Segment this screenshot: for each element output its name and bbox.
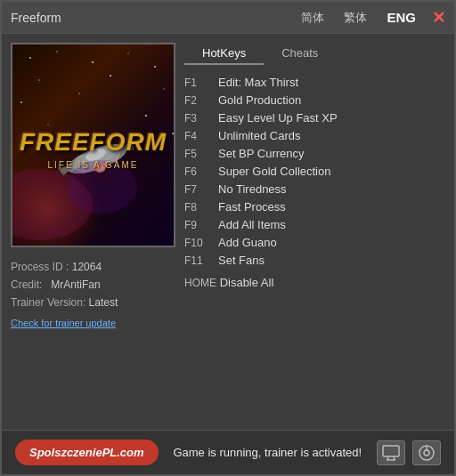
hotkey-f11-key: F11 — [184, 254, 218, 267]
credit-value: MrAntiFan — [51, 278, 100, 291]
title-bar: Freeform 简体 繁体 ENG ✕ — [2, 2, 454, 34]
svg-point-12 — [172, 133, 174, 134]
hotkey-f1: F1 Edit: Max Thirst — [184, 76, 445, 89]
status-bar: SpolszczeniePL.com Game is running, trai… — [2, 430, 454, 474]
hotkey-f4: F4 Unlimited Cards — [184, 129, 445, 142]
hotkey-f10: F10 Add Guano — [184, 236, 445, 249]
hotkey-f9: F9 Add All Items — [184, 218, 445, 231]
monitor-svg — [382, 445, 400, 461]
monitor-icon[interactable] — [377, 440, 405, 465]
home-desc: Disable All — [220, 276, 274, 289]
tabs-container: HotKeys Cheats — [184, 43, 445, 65]
info-panel: Process ID : 12064 Credit: MrAntiFan Tra… — [11, 256, 175, 335]
svg-point-0 — [29, 57, 31, 59]
hotkeys-list: F1 Edit: Max Thirst F2 Gold Production F… — [184, 72, 445, 421]
game-subtitle-text: LIFE IS A GAME — [20, 160, 167, 170]
music-svg — [418, 444, 436, 462]
main-window: Freeform 简体 繁体 ENG ✕ — [0, 0, 456, 476]
hotkey-f3-key: F3 — [184, 112, 218, 125]
hotkey-f3: F3 Easy Level Up Fast XP — [184, 111, 445, 125]
svg-point-6 — [110, 75, 111, 77]
hotkey-f10-key: F10 — [184, 237, 218, 249]
svg-point-9 — [78, 93, 80, 94]
svg-point-3 — [127, 52, 128, 53]
hotkey-f11-desc: Set Fans — [218, 254, 265, 267]
hotkey-f8-key: F8 — [184, 201, 218, 214]
hotkey-f6-key: F6 — [184, 165, 218, 178]
hotkey-f7-desc: No Tiredness — [218, 182, 287, 196]
home-action-row: HOME Disable All — [184, 276, 445, 289]
svg-rect-23 — [383, 446, 399, 456]
title-bar-right: 简体 繁体 ENG ✕ — [297, 8, 445, 28]
hotkey-f7-key: F7 — [184, 183, 218, 196]
status-message: Game is running, trainer is activated! — [159, 446, 377, 459]
svg-point-4 — [154, 66, 156, 68]
hotkey-f8: F8 Fast Process — [184, 200, 445, 214]
hotkey-f1-key: F1 — [184, 77, 218, 89]
title-bar-left: Freeform — [11, 11, 61, 25]
update-link[interactable]: Check for trainer update — [11, 318, 116, 328]
hotkey-f4-desc: Unlimited Cards — [218, 129, 300, 142]
svg-point-1 — [56, 51, 58, 52]
hotkey-f5-desc: Set BP Currency — [218, 147, 305, 160]
version-value: Latest — [89, 296, 118, 309]
hotkey-f2: F2 Gold Production — [184, 93, 445, 107]
hotkey-f6: F6 Super Gold Collection — [184, 165, 445, 178]
content-area: FREEFORM LIFE IS A GAME Process ID : 120… — [2, 34, 454, 430]
hotkey-f8-desc: Fast Process — [218, 200, 286, 214]
right-panel: HotKeys Cheats F1 Edit: Max Thirst F2 Go… — [184, 43, 445, 421]
hotkey-f6-desc: Super Gold Collection — [218, 165, 330, 178]
hotkey-f9-key: F9 — [184, 219, 218, 231]
game-image: FREEFORM LIFE IS A GAME — [11, 43, 175, 247]
tab-cheats[interactable]: Cheats — [264, 43, 336, 65]
hotkey-f7: F7 No Tiredness — [184, 182, 445, 196]
credit-row: Credit: MrAntiFan — [11, 278, 175, 291]
hotkey-f11: F11 Set Fans — [184, 254, 445, 267]
svg-point-7 — [163, 88, 164, 89]
close-button[interactable]: ✕ — [432, 8, 445, 28]
svg-point-10 — [145, 115, 147, 117]
svg-point-2 — [92, 61, 94, 63]
process-id-label: Process ID : — [11, 261, 69, 273]
status-icons-group — [377, 440, 441, 465]
svg-point-28 — [424, 450, 429, 456]
process-id-row: Process ID : 12064 — [11, 261, 175, 273]
hotkey-f9-desc: Add All Items — [218, 218, 286, 231]
hotkey-f5: F5 Set BP Currency — [184, 147, 445, 160]
hotkey-f3-desc: Easy Level Up Fast XP — [218, 111, 338, 125]
version-row: Trainer Version: Latest — [11, 296, 175, 309]
hotkey-f1-desc: Edit: Max Thirst — [218, 76, 298, 89]
svg-point-5 — [38, 79, 40, 81]
spolszczenie-badge: SpolszczeniePL.com — [15, 440, 159, 465]
lang-english[interactable]: ENG — [383, 8, 419, 27]
lang-traditional-chinese[interactable]: 繁体 — [340, 8, 370, 28]
hotkey-f2-desc: Gold Production — [218, 93, 301, 107]
hotkey-f4-key: F4 — [184, 130, 218, 142]
left-panel: FREEFORM LIFE IS A GAME Process ID : 120… — [11, 43, 175, 421]
process-id-value: 12064 — [72, 261, 102, 273]
game-title-text: FREEFORM — [20, 129, 167, 157]
svg-point-8 — [20, 101, 22, 103]
tab-hotkeys[interactable]: HotKeys — [184, 43, 264, 65]
hotkey-f5-key: F5 — [184, 148, 218, 160]
update-link-row: Check for trainer update — [11, 314, 175, 330]
version-label: Trainer Version: — [11, 296, 86, 309]
app-title: Freeform — [11, 11, 61, 25]
credit-label: Credit: — [11, 278, 42, 291]
lang-simplified-chinese[interactable]: 简体 — [297, 8, 328, 28]
hotkey-f10-desc: Add Guano — [218, 236, 277, 249]
music-icon[interactable] — [412, 440, 441, 465]
home-key: HOME — [184, 277, 216, 289]
hotkey-f2-key: F2 — [184, 94, 218, 107]
svg-point-11 — [47, 124, 48, 125]
